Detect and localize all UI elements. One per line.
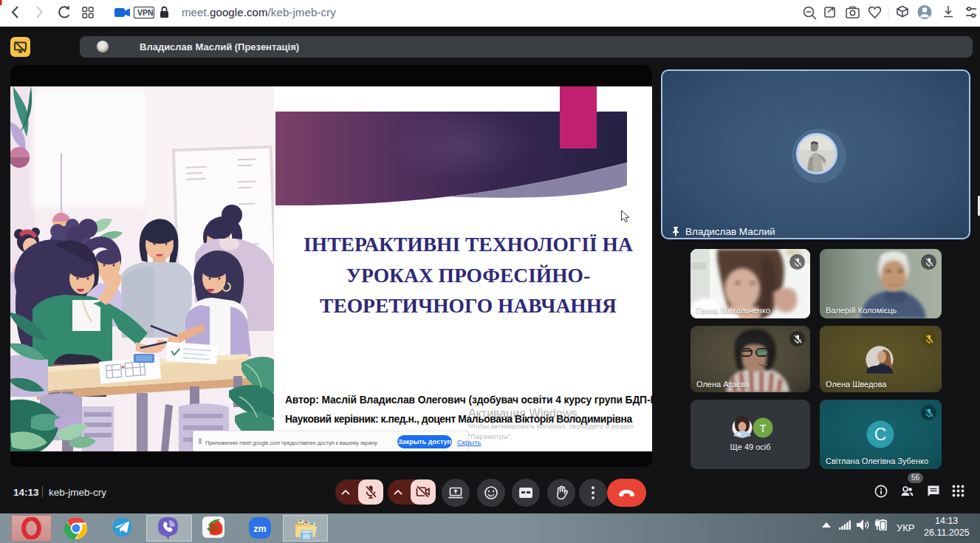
svg-text:zm: zm	[253, 524, 266, 534]
svg-text:C: C	[874, 425, 887, 444]
svg-text:T: T	[759, 422, 766, 434]
svg-text:VPN: VPN	[137, 8, 154, 17]
